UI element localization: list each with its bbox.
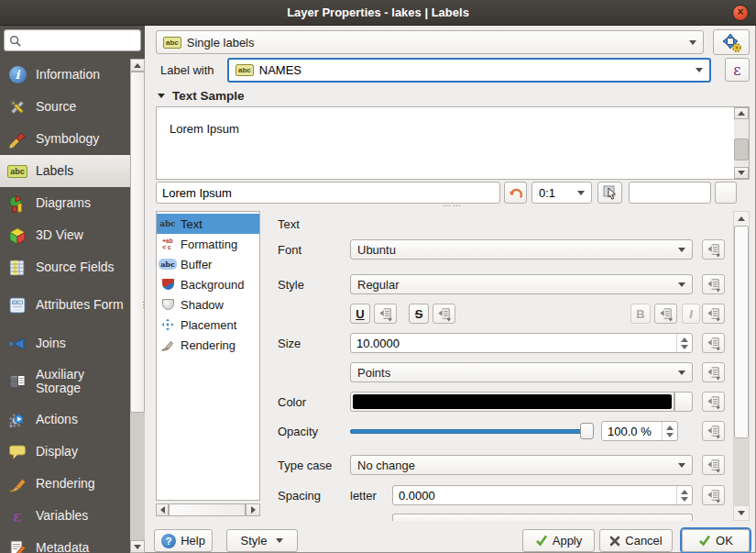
spinner-buttons[interactable] bbox=[662, 422, 674, 440]
sidebar-item-source[interactable]: Source bbox=[0, 91, 130, 123]
expression-epsilon-icon: ε bbox=[733, 61, 740, 79]
cancel-button[interactable]: Cancel bbox=[599, 529, 673, 552]
type-case-combo[interactable]: No change bbox=[350, 455, 693, 475]
scrollbar-thumb[interactable] bbox=[130, 72, 145, 413]
bold-override-button[interactable] bbox=[654, 304, 677, 324]
tab-text[interactable]: abc Text bbox=[157, 214, 259, 234]
color-button[interactable] bbox=[350, 392, 674, 412]
scroll-left-button[interactable] bbox=[156, 503, 169, 516]
scrollbar-thumb[interactable] bbox=[734, 138, 749, 160]
auto-placement-settings-button[interactable] bbox=[713, 29, 750, 55]
underline-button[interactable]: U bbox=[350, 304, 370, 324]
tab-buffer[interactable]: abc Buffer bbox=[157, 254, 259, 274]
tab-formatting[interactable]: +ab< c Formatting bbox=[157, 234, 259, 254]
label-with-input[interactable] bbox=[259, 63, 644, 77]
size-input[interactable] bbox=[356, 337, 676, 350]
size-override-button[interactable] bbox=[702, 333, 725, 353]
sidebar-search[interactable] bbox=[4, 29, 141, 51]
sample-scale-combo[interactable] bbox=[531, 182, 592, 204]
panel-scrollbar[interactable] bbox=[733, 211, 750, 521]
sidebar-item-rendering[interactable]: Rendering bbox=[0, 468, 130, 500]
ok-button[interactable]: OK bbox=[682, 529, 750, 552]
expression-builder-button[interactable]: ε bbox=[725, 58, 750, 82]
scrollbar-thumb[interactable] bbox=[169, 503, 246, 516]
italic-button[interactable]: I bbox=[682, 304, 700, 324]
spinner-buttons[interactable] bbox=[676, 334, 688, 352]
sidebar-item-source-fields[interactable]: Source Fields bbox=[0, 251, 130, 283]
size-units-combo[interactable]: Points bbox=[350, 362, 693, 382]
splitter-handle-horizontal[interactable]: ⋯⋯ bbox=[443, 201, 463, 210]
cancel-label: Cancel bbox=[625, 534, 662, 547]
bold-button[interactable]: B bbox=[630, 304, 651, 324]
sidebar-item-information[interactable]: i Information bbox=[0, 59, 130, 91]
tab-rendering[interactable]: Rendering bbox=[157, 335, 259, 355]
italic-override-button[interactable] bbox=[702, 304, 725, 324]
tab-shadow[interactable]: Shadow bbox=[157, 294, 259, 315]
sidebar-item-label: 3D View bbox=[36, 228, 124, 242]
font-override-button[interactable] bbox=[702, 239, 725, 260]
splitter-handle[interactable]: ⋯ bbox=[139, 301, 148, 311]
sidebar-item-variables[interactable]: ε Variables bbox=[0, 500, 130, 532]
sidebar-item-joins[interactable]: Joins bbox=[0, 327, 130, 359]
letter-spacing-spinbox[interactable] bbox=[392, 485, 693, 505]
opacity-slider[interactable] bbox=[350, 421, 594, 441]
title-bar[interactable]: Layer Properties - lakes | Labels × bbox=[0, 0, 756, 26]
label-with-combo[interactable]: abc bbox=[227, 58, 711, 83]
slider-handle[interactable] bbox=[580, 423, 594, 439]
sidebar-item-attributes-form[interactable]: Attributes Form bbox=[0, 283, 130, 327]
style-combo[interactable]: Regular bbox=[350, 274, 693, 294]
help-button[interactable]: ? Help bbox=[154, 529, 213, 552]
sidebar-item-display[interactable]: Display bbox=[0, 436, 130, 468]
color-dropdown-button[interactable] bbox=[674, 392, 693, 412]
strikeout-override-button[interactable] bbox=[433, 304, 455, 324]
type-case-override-button[interactable] bbox=[702, 455, 725, 475]
size-spinbox[interactable] bbox=[350, 333, 693, 353]
size-units-override-button[interactable] bbox=[702, 362, 725, 382]
font-combo[interactable]: Ubuntu bbox=[350, 239, 693, 260]
letter-spacing-input[interactable] bbox=[399, 489, 676, 503]
scroll-down-button[interactable] bbox=[734, 167, 749, 179]
symbology-icon bbox=[7, 129, 27, 149]
text-sample-header[interactable]: Text Sample bbox=[158, 89, 245, 103]
scroll-up-button[interactable] bbox=[130, 59, 145, 72]
sidebar-item-auxiliary-storage[interactable]: Auxiliary Storage bbox=[0, 359, 130, 404]
search-input[interactable] bbox=[25, 34, 137, 48]
strikeout-button[interactable]: S bbox=[409, 304, 429, 324]
sample-text-input[interactable] bbox=[162, 186, 494, 200]
close-button[interactable]: × bbox=[732, 5, 749, 21]
style-override-button[interactable] bbox=[702, 274, 725, 294]
opacity-override-button[interactable] bbox=[702, 421, 725, 441]
map-canvas-preview-button[interactable] bbox=[597, 182, 622, 204]
spacing-override-button[interactable] bbox=[702, 485, 725, 505]
underline-override-button[interactable] bbox=[374, 304, 397, 324]
tab-placement[interactable]: Placement bbox=[157, 315, 259, 335]
sidebar-item-diagrams[interactable]: Diagrams bbox=[0, 187, 130, 219]
tab-list-h-scrollbar[interactable] bbox=[156, 503, 260, 516]
opacity-input[interactable] bbox=[608, 425, 662, 438]
sidebar-item-3d-view[interactable]: 3D View bbox=[0, 219, 130, 251]
scrollbar-thumb[interactable] bbox=[734, 226, 749, 438]
scrollbar-track-lower[interactable] bbox=[734, 438, 749, 506]
reset-sample-button[interactable] bbox=[504, 182, 527, 204]
scroll-up-button[interactable] bbox=[734, 107, 749, 119]
scale-input[interactable] bbox=[539, 186, 570, 200]
scroll-down-button[interactable] bbox=[130, 540, 145, 553]
color-override-button[interactable] bbox=[702, 392, 725, 412]
type-case-value: No change bbox=[357, 459, 415, 472]
labeling-mode-combo[interactable]: abc Single labels bbox=[156, 30, 704, 54]
sidebar-item-actions[interactable]: Actions bbox=[0, 404, 130, 436]
sidebar-item-metadata[interactable]: Metadata bbox=[0, 532, 130, 553]
scroll-down-button[interactable] bbox=[734, 506, 749, 520]
apply-button[interactable]: Apply bbox=[522, 529, 595, 552]
opacity-spinbox[interactable] bbox=[601, 421, 678, 441]
scroll-right-button[interactable] bbox=[246, 503, 260, 516]
preview-scrollbar[interactable] bbox=[734, 107, 749, 179]
sidebar-item-labels[interactable]: abc Labels bbox=[0, 155, 130, 187]
sidebar-item-symbology[interactable]: Symbology bbox=[0, 123, 130, 155]
spinner-buttons[interactable] bbox=[676, 486, 688, 504]
tab-background[interactable]: Background bbox=[157, 274, 259, 294]
scroll-up-button[interactable] bbox=[734, 212, 749, 226]
preview-background-arrow-button[interactable] bbox=[715, 182, 737, 204]
preview-background-swatch[interactable] bbox=[629, 182, 711, 204]
style-menu-button[interactable]: Style bbox=[226, 529, 298, 552]
